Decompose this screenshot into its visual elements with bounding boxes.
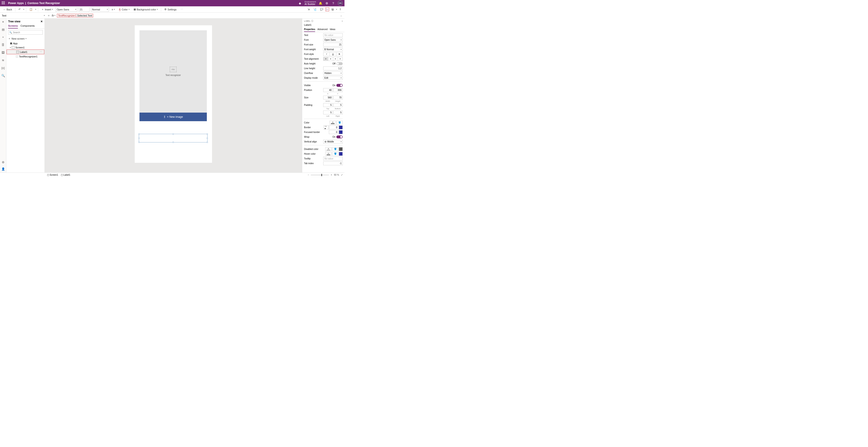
prop-fontcolor-btn[interactable]: A	[330, 121, 336, 125]
prop-borderwidth-input[interactable]: 0	[329, 125, 338, 129]
prop-borderstyle[interactable]: —▾	[323, 125, 329, 129]
undo-chevron[interactable]: ▾	[23, 8, 24, 10]
search-icon[interactable]: 🔍	[1, 74, 5, 77]
variables-icon[interactable]: {x}	[1, 66, 5, 70]
search-input[interactable]: 🔍 Search	[8, 30, 43, 35]
prop-padbottom-input[interactable]: 5	[333, 103, 343, 107]
fontweight-select[interactable]: Normal▾	[91, 7, 109, 12]
notifications-icon[interactable]: 🔔	[319, 1, 322, 5]
tab-screens[interactable]: Screens	[8, 24, 18, 29]
sb-screen[interactable]: ▢ Screen1	[47, 174, 58, 176]
avatar[interactable]: DB	[338, 1, 343, 6]
close-icon[interactable]: ✕	[40, 20, 43, 23]
prop-hover-swatch[interactable]	[339, 152, 343, 156]
media-icon[interactable]: 🖼	[1, 51, 5, 54]
prop-align-seg[interactable]: ≡≡≡≡	[323, 57, 343, 61]
bgcolor-button[interactable]: ▦ Background color ▾	[132, 7, 159, 11]
fit-icon[interactable]: ⤢	[341, 174, 343, 176]
tab-components[interactable]: Components	[21, 24, 35, 29]
waffle-icon[interactable]	[2, 1, 5, 5]
tree-item-screen1[interactable]: ▾ Screen1	[6, 46, 44, 50]
prop-fontsize-input[interactable]: 21	[323, 43, 343, 47]
prop-height-input[interactable]: 70	[333, 96, 343, 99]
prop-font-select[interactable]: Open Sans▾	[323, 38, 343, 42]
prop-bordercolor-swatch[interactable]	[339, 125, 343, 129]
prop-disabled-fillcolor[interactable]: 🪣	[332, 147, 338, 151]
insert-icon[interactable]: ＋	[1, 35, 5, 39]
prop-fontweight-select[interactable]: B Normal▾	[323, 48, 343, 51]
settings-icon[interactable]: ⚙	[325, 1, 329, 5]
environment-icon[interactable]: ◆	[298, 1, 302, 5]
more-button[interactable]: ⋯	[179, 7, 184, 11]
comments-icon[interactable]: 💬	[319, 7, 324, 11]
prop-overflow-select[interactable]: Hidden▾	[323, 71, 343, 75]
tab-advanced[interactable]: Advanced	[317, 27, 327, 32]
tree-item-textrecognizer[interactable]: ⬚ TextRecognizer1	[6, 54, 44, 59]
prop-visible-toggle[interactable]	[336, 84, 343, 87]
prop-disabled-fontcolor[interactable]: A	[325, 147, 332, 151]
paste-button[interactable]: 📋	[28, 7, 34, 11]
save-icon[interactable]: 🖫	[330, 8, 335, 11]
undo-button[interactable]: ↶	[17, 7, 22, 11]
prop-focusedborder-input[interactable]: 0	[329, 130, 338, 134]
prop-width-input[interactable]: 560	[323, 96, 333, 99]
zoom-in-icon[interactable]: +	[331, 174, 332, 176]
formula-input[interactable]: TextRecognizer1.Selected.Text	[56, 13, 338, 18]
share-icon[interactable]: ⇲	[306, 7, 311, 11]
sb-label[interactable]: ▢ Label1	[61, 174, 70, 176]
prop-text-input[interactable]: No value	[323, 33, 343, 37]
prop-x-input[interactable]: 40	[323, 88, 333, 92]
prop-autoheight-toggle[interactable]	[336, 62, 343, 65]
prop-tabindex-input[interactable]: -1	[323, 161, 343, 165]
canvas[interactable]: Abc Text recognizer ↥ + New image	[45, 19, 302, 173]
zoom-out-icon[interactable]: −	[308, 174, 309, 176]
play-button[interactable]: ▷	[326, 7, 329, 11]
prop-fontstyle-seg[interactable]: IUS	[323, 52, 343, 56]
align-button[interactable]: ≡ ▾	[110, 8, 116, 11]
tab-ideas[interactable]: Ideas	[330, 27, 335, 32]
tree-item-app[interactable]: ▦ App	[6, 41, 44, 46]
label-control-selected[interactable]	[139, 134, 208, 143]
more-icon[interactable]: ⋯	[39, 51, 42, 53]
fx-icon[interactable]: fx▾	[51, 14, 56, 17]
color-button[interactable]: A̲ Color ▾	[118, 7, 131, 11]
prop-hover-fillcolor[interactable]: 🪣	[332, 152, 338, 156]
rail-settings-icon[interactable]: ⚙	[1, 160, 5, 164]
fontsize-input[interactable]: 21	[79, 7, 90, 12]
hamburger-icon[interactable]: ≡	[1, 20, 5, 24]
prop-padleft-input[interactable]: 5	[323, 111, 333, 114]
prop-valign-select[interactable]: ⯐ Middle▾	[323, 140, 343, 144]
prop-disabled-swatch[interactable]	[339, 147, 343, 151]
text-recognizer-control[interactable]: Abc Text recognizer ↥ + New image	[140, 30, 207, 121]
prop-lineheight-input[interactable]: 1.2	[323, 66, 343, 70]
prop-wrap-toggle[interactable]	[336, 136, 343, 138]
tree-item-label1[interactable]: Label1⋯	[6, 50, 44, 54]
tab-properties[interactable]: Properties	[304, 27, 315, 32]
new-image-button[interactable]: ↥ + New image	[140, 113, 207, 121]
prop-padright-input[interactable]: 5	[333, 111, 343, 114]
checker-icon[interactable]: 🩺	[312, 7, 318, 11]
powerautomate-icon[interactable]: ≋	[1, 58, 5, 62]
back-button[interactable]: ← Back	[2, 8, 13, 11]
prop-focusedbordercolor-swatch[interactable]	[339, 130, 343, 134]
prop-y-input[interactable]: 896	[333, 88, 343, 92]
font-select[interactable]: Open Sans▾	[56, 7, 77, 12]
data-icon[interactable]: 🗄	[1, 43, 5, 47]
environment-picker[interactable]: Environment AI Builder	[305, 1, 316, 5]
collapse-icon[interactable]: ›	[342, 20, 343, 23]
expand-formula-icon[interactable]: ⌄	[338, 14, 344, 17]
prop-tooltip-input[interactable]: No value	[323, 157, 343, 160]
property-dropdown[interactable]: Text▾	[0, 13, 46, 18]
insert-button[interactable]: ＋ Insert ▾	[40, 7, 54, 11]
tree-view-icon[interactable]: ▤	[1, 28, 5, 31]
publish-icon[interactable]: ⇪	[338, 7, 343, 11]
new-screen-button[interactable]: ＋ New screen ▾	[6, 36, 44, 41]
zoom-slider[interactable]	[311, 175, 329, 175]
prop-displaymode-select[interactable]: Edit▾	[323, 76, 343, 80]
prop-hover-fontcolor[interactable]: A	[325, 152, 332, 156]
info-icon[interactable]: ⓘ	[311, 20, 313, 23]
paste-chevron[interactable]: ▾	[35, 8, 36, 10]
settings-button[interactable]: ⚙ Settings	[163, 7, 178, 11]
help-icon[interactable]: ?	[331, 1, 335, 5]
prop-padtop-input[interactable]: 5	[323, 103, 333, 107]
